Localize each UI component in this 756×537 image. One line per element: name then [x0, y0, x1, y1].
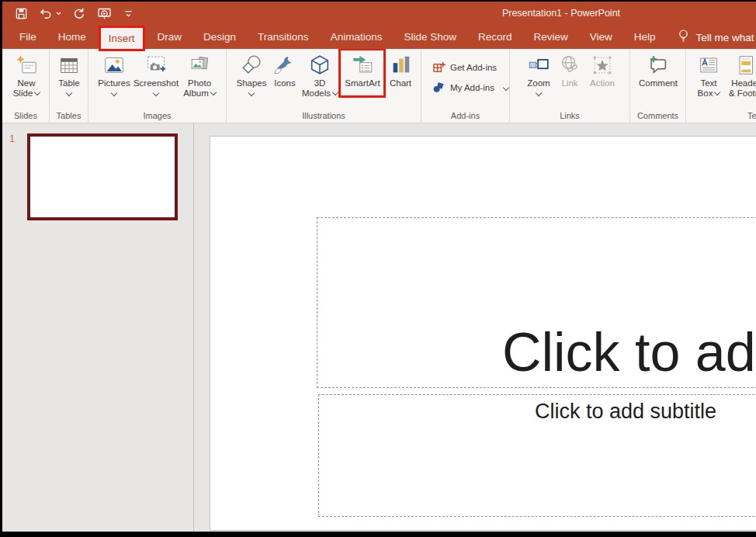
tab-animations[interactable]: Animations	[321, 26, 392, 49]
group-label-tables: Tables	[50, 111, 88, 120]
cube-icon	[308, 52, 331, 78]
group-label-add-ins: Add-ins	[421, 111, 509, 120]
start-from-beginning-icon[interactable]	[97, 7, 113, 21]
ribbon-group-comments: Comment Comments	[630, 49, 686, 122]
subtitle-placeholder-text: Click to add subtitle	[535, 395, 716, 424]
smartart-icon	[351, 52, 374, 78]
slide-editor: Click to add title Click to add subtitle	[194, 123, 756, 532]
ribbon-group-text: Text Box Header & Footer	[686, 49, 756, 122]
table-button[interactable]: Table	[51, 50, 87, 97]
text-box-button[interactable]: Text Box	[693, 50, 724, 99]
undo-button[interactable]	[39, 7, 61, 21]
tab-file[interactable]: File	[10, 26, 46, 49]
window-title: Presentation1 - PowerPoint	[449, 2, 674, 26]
dropdown-caret-icon	[34, 89, 40, 95]
zoom-button[interactable]: Zoom	[522, 50, 555, 97]
table-icon	[57, 52, 81, 78]
smartart-button[interactable]: SmartArt	[340, 50, 385, 88]
group-label-text: Text	[686, 111, 756, 120]
icons-button[interactable]: Icons	[270, 50, 300, 88]
ribbon-group-tables: Table Tables	[50, 49, 88, 122]
tab-draw[interactable]: Draw	[148, 26, 192, 49]
ribbon-group-illustrations: Shapes Icons	[227, 49, 421, 122]
subtitle-placeholder[interactable]: Click to add subtitle	[318, 394, 756, 517]
title-placeholder[interactable]: Click to add title	[317, 217, 756, 388]
tell-me-box[interactable]: Tell me what you want to do	[678, 26, 756, 49]
tab-view[interactable]: View	[581, 26, 622, 49]
bird-icon	[273, 52, 297, 78]
group-label-slides: Slides	[2, 111, 49, 120]
dropdown-caret-icon	[503, 85, 509, 91]
undo-caret-icon	[56, 12, 61, 16]
text-box-icon	[697, 52, 720, 78]
tab-slide-show[interactable]: Slide Show	[394, 26, 466, 49]
screenshot-button[interactable]: Screenshot	[134, 50, 179, 97]
tab-review[interactable]: Review	[525, 26, 577, 49]
tab-home[interactable]: Home	[49, 26, 95, 49]
pictures-button[interactable]: Pictures	[95, 50, 134, 97]
tab-design[interactable]: Design	[194, 26, 245, 49]
ribbon-group-images: Pictures Screenshot	[88, 49, 227, 122]
powerpoint-window: Presentation1 - PowerPoint File Home Ins…	[2, 2, 756, 532]
title-placeholder-text: Click to add title	[502, 324, 756, 388]
title-bar: Presentation1 - PowerPoint	[2, 2, 756, 26]
lightbulb-icon	[678, 29, 689, 46]
slide-thumbnail-panel: 1	[2, 123, 194, 532]
redo-icon[interactable]	[72, 7, 86, 21]
quick-access-toolbar	[15, 2, 134, 26]
group-label-comments: Comments	[630, 111, 685, 120]
chart-icon	[389, 52, 412, 78]
slide-canvas[interactable]: Click to add title Click to add subtitle	[210, 136, 756, 531]
comment-button[interactable]: Comment	[636, 50, 681, 88]
ribbon-group-add-ins: Get Add-ins My Add-ins Add-ins	[421, 49, 510, 122]
comment-icon	[647, 52, 670, 78]
chart-button[interactable]: Chart	[385, 50, 416, 88]
link-globe-icon	[558, 52, 581, 78]
shapes-button[interactable]: Shapes	[233, 50, 270, 97]
tab-help[interactable]: Help	[625, 26, 665, 49]
dropdown-caret-icon	[536, 89, 542, 95]
action-button: Action	[584, 50, 620, 88]
pictures-icon	[102, 52, 126, 78]
dropdown-caret-icon	[248, 89, 255, 95]
dropdown-caret-icon	[153, 89, 159, 95]
tell-me-label: Tell me what you want to do	[696, 32, 756, 43]
ribbon: New Slide Slides Table	[2, 49, 756, 123]
tab-transitions[interactable]: Transitions	[248, 26, 318, 49]
new-slide-button[interactable]: New Slide	[5, 50, 48, 99]
slide-number: 1	[9, 133, 15, 144]
dropdown-caret-icon	[66, 89, 72, 95]
dropdown-caret-icon	[210, 89, 217, 95]
action-star-icon	[591, 52, 614, 78]
link-button: Link	[555, 50, 584, 88]
screenshot-icon	[144, 52, 168, 78]
header-footer-icon	[734, 52, 756, 78]
shapes-icon	[240, 52, 263, 78]
get-add-ins-icon	[432, 61, 446, 75]
customize-qat-icon[interactable]	[123, 9, 134, 19]
dropdown-caret-icon	[111, 89, 117, 95]
group-label-images: Images	[88, 111, 226, 120]
tab-record[interactable]: Record	[469, 26, 522, 49]
ribbon-tabs: File Home Insert Draw Design Transitions…	[2, 26, 756, 49]
photo-album-icon	[188, 52, 211, 78]
workspace: 1 Click to add title Click to add subtit…	[2, 123, 756, 532]
get-add-ins-button[interactable]: Get Add-ins	[421, 57, 509, 78]
tab-insert[interactable]: Insert	[99, 26, 145, 51]
ribbon-group-slides: New Slide Slides	[2, 49, 50, 122]
photo-album-button[interactable]: Photo Album	[179, 50, 220, 99]
3d-models-button[interactable]: 3D Models	[300, 50, 340, 99]
my-add-ins-icon	[432, 81, 446, 95]
dropdown-caret-icon	[714, 89, 720, 95]
dropdown-caret-icon	[332, 89, 338, 95]
slide-thumbnail[interactable]	[27, 133, 178, 220]
save-icon[interactable]	[15, 7, 28, 20]
group-label-links: Links	[510, 111, 629, 120]
zoom-slides-icon	[527, 52, 550, 78]
header-footer-button[interactable]: Header & Footer	[724, 50, 756, 99]
new-slide-icon	[15, 52, 38, 78]
ribbon-group-links: Zoom Link	[510, 49, 630, 122]
my-add-ins-button[interactable]: My Add-ins	[421, 78, 509, 98]
group-label-illustrations: Illustrations	[227, 111, 421, 120]
